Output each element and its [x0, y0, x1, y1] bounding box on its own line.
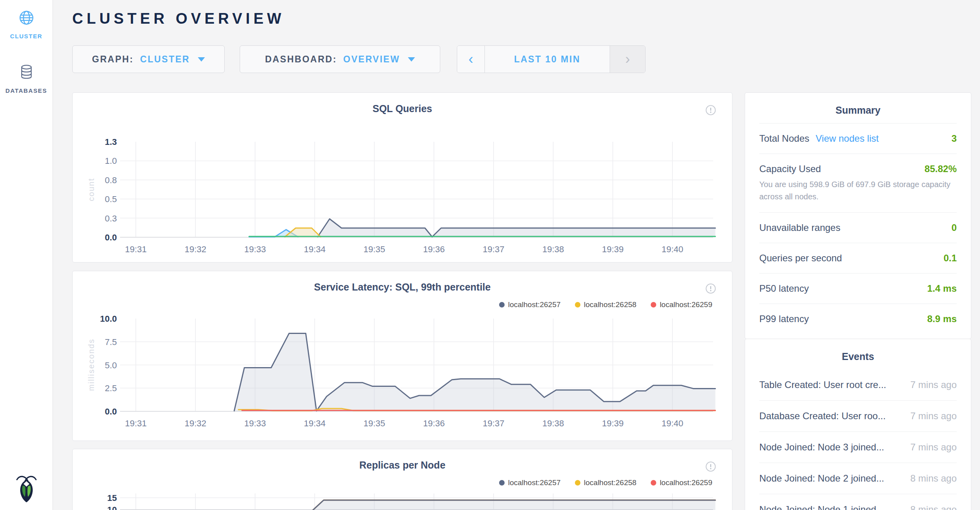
event-title: Node Joined: Node 1 joined...: [759, 504, 884, 510]
legend-item: localhost:26259: [651, 478, 712, 487]
summary-row-unavailable-ranges: Unavailable ranges 0: [759, 212, 957, 243]
summary-value: 1.4 ms: [927, 283, 957, 294]
sql-queries-card: 1.31.00.80.50.30.019:3119:3219:3319:3419…: [72, 92, 732, 262]
sql-queries-plot: 1.31.00.80.50.30.019:3119:3219:3319:3419…: [73, 93, 733, 264]
event-row[interactable]: Node Joined: Node 2 joined... 8 mins ago: [759, 463, 957, 494]
time-range-selector: ‹ LAST 10 MIN ›: [457, 45, 646, 73]
graph-dropdown-value: CLUSTER: [140, 54, 190, 65]
svg-text:19:31: 19:31: [125, 418, 146, 428]
summary-title: Summary: [759, 105, 957, 116]
sidebar-item-databases[interactable]: DATABASES: [0, 64, 53, 94]
legend-dot: [575, 302, 580, 308]
svg-text:19:33: 19:33: [244, 418, 266, 428]
legend-label: localhost:26257: [508, 478, 561, 487]
info-icon[interactable]: [705, 461, 716, 474]
legend-item: localhost:26258: [575, 478, 636, 487]
svg-text:0.0: 0.0: [105, 407, 117, 416]
svg-text:count: count: [87, 178, 96, 201]
svg-text:milliseconds: milliseconds: [87, 339, 96, 391]
svg-text:19:35: 19:35: [363, 418, 385, 428]
legend-item: localhost:26257: [499, 300, 561, 309]
time-prev-button[interactable]: ‹: [457, 46, 485, 73]
svg-text:19:38: 19:38: [542, 418, 564, 428]
summary-value: 8.9 ms: [927, 313, 957, 324]
svg-text:19:37: 19:37: [482, 244, 504, 254]
legend-label: localhost:26258: [584, 478, 636, 487]
events-title: Events: [759, 351, 957, 362]
event-row[interactable]: Table Created: User root cre... 7 mins a…: [759, 369, 957, 401]
event-row[interactable]: Node Joined: Node 3 joined... 7 mins ago: [759, 432, 957, 463]
globe-icon: [18, 9, 35, 28]
dashboard-dropdown-label: DASHBOARD:: [265, 54, 337, 65]
chevron-down-icon: [198, 57, 205, 62]
summary-value: 0.1: [944, 253, 957, 264]
page-title: CLUSTER OVERVIEW: [72, 10, 285, 27]
dashboard-dropdown[interactable]: DASHBOARD: OVERVIEW: [240, 45, 440, 73]
capacity-description: You are using 598.9 GiB of 697.9 GiB sto…: [759, 178, 957, 203]
sidebar-item-label: DATABASES: [6, 87, 47, 94]
svg-text:19:39: 19:39: [602, 418, 623, 428]
legend-item: localhost:26258: [575, 300, 636, 309]
graph-dropdown[interactable]: GRAPH: CLUSTER: [72, 45, 225, 73]
svg-text:10: 10: [107, 505, 117, 510]
svg-text:19:34: 19:34: [304, 244, 325, 254]
summary-label: Unavailable ranges: [759, 222, 840, 233]
event-title: Node Joined: Node 3 joined...: [759, 442, 884, 453]
legend-label: localhost:26257: [508, 300, 561, 309]
summary-value: 0: [952, 222, 957, 233]
summary-panel: Summary Total Nodes View nodes list 3 Ca…: [745, 92, 971, 339]
event-title: Table Created: User root cre...: [759, 379, 886, 390]
sidebar-item-cluster[interactable]: CLUSTER: [0, 0, 53, 39]
chart-title: Service Latency: SQL, 99th percentile: [73, 281, 732, 293]
event-row[interactable]: Database Created: User roo... 7 mins ago: [759, 401, 957, 432]
info-icon[interactable]: [705, 283, 716, 296]
event-time: 8 mins ago: [911, 504, 957, 510]
svg-text:19:35: 19:35: [363, 244, 385, 254]
service-latency-plot: 10.07.55.02.50.019:3119:3219:3319:3419:3…: [73, 271, 733, 443]
svg-text:15: 15: [107, 493, 117, 503]
event-time: 7 mins ago: [911, 379, 957, 390]
svg-text:19:37: 19:37: [482, 418, 504, 428]
chart-title: SQL Queries: [73, 103, 732, 114]
service-latency-card: 10.07.55.02.50.019:3119:3219:3319:3419:3…: [72, 271, 732, 441]
event-title: Database Created: User roo...: [759, 411, 886, 422]
event-time: 7 mins ago: [911, 442, 957, 453]
legend-label: localhost:26259: [660, 300, 712, 309]
legend-label: localhost:26259: [660, 478, 712, 487]
legend-dot: [575, 480, 580, 486]
svg-text:1.0: 1.0: [105, 156, 117, 166]
cockroachdb-logo: [15, 474, 38, 505]
summary-row-capacity-used: Capacity Used 85.82% You are using 598.9…: [759, 154, 957, 212]
info-icon[interactable]: [705, 105, 716, 117]
svg-text:19:36: 19:36: [423, 244, 445, 254]
svg-text:19:40: 19:40: [661, 244, 683, 254]
time-range-label[interactable]: LAST 10 MIN: [485, 46, 610, 73]
summary-label: Queries per second: [759, 253, 842, 264]
dashboard-dropdown-value: OVERVIEW: [343, 54, 400, 65]
svg-text:0.5: 0.5: [105, 194, 117, 204]
svg-text:19:38: 19:38: [542, 244, 564, 254]
time-next-button[interactable]: ›: [610, 46, 645, 73]
chart-legend: localhost:26257 localhost:26258 localhos…: [499, 300, 712, 309]
summary-label: P50 latency: [759, 283, 809, 294]
event-row[interactable]: Node Joined: Node 1 joined... 8 mins ago: [759, 494, 957, 510]
svg-text:1.3: 1.3: [105, 137, 117, 147]
summary-value: 3: [952, 133, 957, 144]
svg-text:10.0: 10.0: [100, 314, 117, 324]
view-nodes-list-link[interactable]: View nodes list: [816, 133, 879, 144]
summary-value: 85.82%: [925, 163, 957, 174]
cluster-overview-page: CLUSTER DATABASES: [0, 0, 980, 510]
controls-bar: GRAPH: CLUSTER DASHBOARD: OVERVIEW ‹ LAS…: [72, 45, 646, 73]
legend-dot: [651, 302, 656, 308]
svg-text:2.5: 2.5: [105, 383, 117, 393]
legend-dot: [499, 302, 505, 308]
svg-text:0.0: 0.0: [105, 232, 117, 242]
chart-title: Replicas per Node: [73, 459, 732, 471]
event-time: 8 mins ago: [911, 473, 957, 484]
legend-item: localhost:26257: [499, 478, 561, 487]
summary-row-queries-per-second: Queries per second 0.1: [759, 243, 957, 273]
svg-text:19:32: 19:32: [184, 418, 206, 428]
events-panel: Events Table Created: User root cre... 7…: [745, 339, 971, 510]
summary-label: Capacity Used: [759, 163, 821, 174]
legend-item: localhost:26259: [651, 300, 712, 309]
